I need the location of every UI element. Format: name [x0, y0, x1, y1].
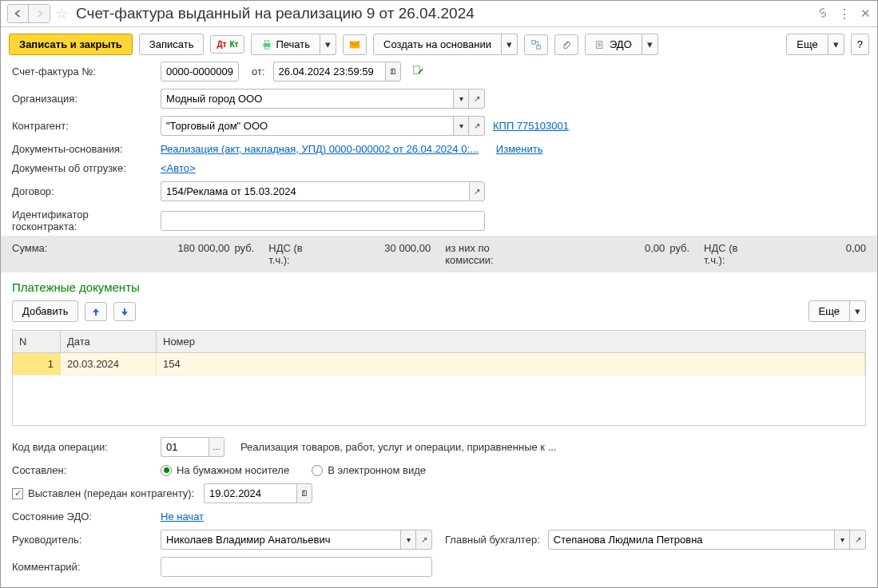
issued-date-input[interactable]: 🗓 — [204, 483, 312, 503]
accountant-input[interactable]: ▾ ↗ — [548, 530, 866, 550]
posted-icon — [412, 65, 423, 78]
svg-rect-1 — [265, 40, 269, 43]
svg-rect-5 — [537, 45, 540, 48]
calendar-icon[interactable]: 🗓 — [296, 483, 312, 503]
issued-checkbox[interactable]: ✓Выставлен (передан контрагенту): — [12, 487, 196, 499]
invoice-no-input[interactable] — [161, 62, 239, 81]
shipdocs-link[interactable]: <Авто> — [161, 162, 196, 174]
col-date[interactable]: Дата — [61, 331, 157, 352]
composed-label: Составлен: — [12, 464, 153, 476]
nav-forward[interactable] — [29, 5, 50, 22]
move-up-button[interactable] — [85, 302, 107, 321]
comment-label: Комментарий: — [12, 561, 153, 573]
org-input[interactable]: ▾ ↗ — [161, 89, 485, 109]
col-num[interactable]: Номер — [157, 331, 865, 352]
date-input[interactable]: 🗓 — [273, 62, 401, 81]
paydocs-table: N Дата Номер 120.03.2024154 — [12, 330, 866, 426]
goscontract-input[interactable] — [161, 211, 485, 231]
shipdocs-label: Документы об отгрузке: — [12, 162, 153, 174]
comment-input[interactable] — [161, 557, 432, 577]
composed-paper-radio[interactable]: На бумажном носителе — [161, 464, 289, 476]
paydocs-more-button[interactable]: Еще ▾ — [808, 300, 866, 322]
open-icon[interactable]: ↗ — [469, 116, 485, 136]
invoice-no-label: Счет-фактура №: — [12, 66, 153, 77]
contract-input[interactable]: ↗ — [161, 181, 485, 201]
dropdown-icon[interactable]: ▾ — [453, 116, 469, 136]
open-icon[interactable]: ↗ — [469, 181, 485, 201]
save-close-button[interactable]: Записать и закрыть — [9, 34, 133, 55]
structure-button[interactable] — [524, 34, 548, 55]
close-icon[interactable]: ✕ — [860, 6, 871, 21]
svg-rect-4 — [532, 40, 535, 43]
ellipsis-icon[interactable]: … — [209, 437, 224, 457]
attach-button[interactable] — [554, 34, 578, 55]
goscontract-label: Идентификатор госконтракта: — [12, 209, 153, 232]
contragent-input[interactable]: ▾ ↗ — [161, 116, 485, 136]
open-icon[interactable]: ↗ — [416, 530, 432, 550]
from-label: от: — [252, 66, 265, 77]
kebab-menu-icon[interactable]: ⋮ — [838, 6, 851, 22]
window-title: Счет-фактура выданный на реализацию 9 от… — [76, 5, 812, 22]
edo-button[interactable]: ЭДО ▾ — [585, 34, 658, 55]
table-row[interactable]: 120.03.2024154 — [13, 353, 865, 375]
head-input[interactable]: ▾ ↗ — [161, 530, 432, 550]
help-button[interactable]: ? — [851, 34, 869, 55]
comm-value: 0,00 — [601, 242, 665, 266]
email-button[interactable] — [343, 34, 367, 55]
paydocs-title: Платежные документы — [1, 276, 877, 297]
accountant-label: Главный бухгалтер: — [445, 534, 540, 546]
calendar-icon[interactable]: 🗓 — [385, 62, 401, 81]
sum-label: Сумма: — [12, 242, 47, 266]
kpp-link[interactable]: КПП 775103001 — [493, 120, 569, 132]
head-label: Руководитель: — [12, 534, 153, 546]
basis-link[interactable]: Реализация (акт, накладная, УПД) 0000-00… — [161, 143, 479, 155]
vat2-label: НДС (в т.ч.): — [704, 242, 756, 266]
composed-electronic-radio[interactable]: В электронном виде — [312, 464, 426, 476]
more-button[interactable]: Еще ▾ — [786, 34, 844, 55]
change-link[interactable]: Изменить — [496, 143, 543, 155]
dropdown-icon[interactable]: ▾ — [453, 89, 469, 109]
add-row-button[interactable]: Добавить — [12, 300, 78, 322]
print-button[interactable]: Печать ▾ — [251, 34, 336, 55]
edo-state-link[interactable]: Не начат — [161, 511, 204, 522]
opcode-label: Код вида операции: — [12, 441, 153, 453]
move-down-button[interactable] — [113, 302, 136, 321]
save-button[interactable]: Записать — [139, 34, 205, 55]
nav-back[interactable] — [8, 5, 29, 22]
dtkt-button[interactable]: ДтКт — [210, 35, 244, 54]
contragent-label: Контрагент: — [12, 120, 153, 132]
dropdown-icon[interactable]: ▾ — [400, 530, 416, 550]
dropdown-icon[interactable]: ▾ — [834, 530, 850, 550]
col-n[interactable]: N — [13, 331, 61, 352]
open-icon[interactable]: ↗ — [850, 530, 866, 550]
create-based-button[interactable]: Создать на основании ▾ — [373, 34, 518, 55]
basis-label: Документы-основания: — [12, 143, 153, 155]
vat-label: НДС (в т.ч.): — [268, 242, 320, 266]
contract-label: Договор: — [12, 185, 153, 197]
opcode-desc: Реализация товаров, работ, услуг и опера… — [240, 441, 556, 453]
vat-value: 30 000,00 — [367, 242, 431, 266]
open-icon[interactable]: ↗ — [469, 89, 485, 109]
edo-state-label: Состояние ЭДО: — [12, 511, 153, 522]
comm-label: из них по комиссии: — [445, 242, 530, 266]
opcode-input[interactable]: … — [161, 437, 224, 457]
sum-value: 180 000,00 — [165, 242, 229, 266]
vat2-value: 0,00 — [802, 242, 866, 266]
favorite-star-icon[interactable]: ☆ — [55, 5, 68, 22]
org-label: Организация: — [12, 93, 153, 105]
link-icon[interactable] — [817, 7, 828, 21]
